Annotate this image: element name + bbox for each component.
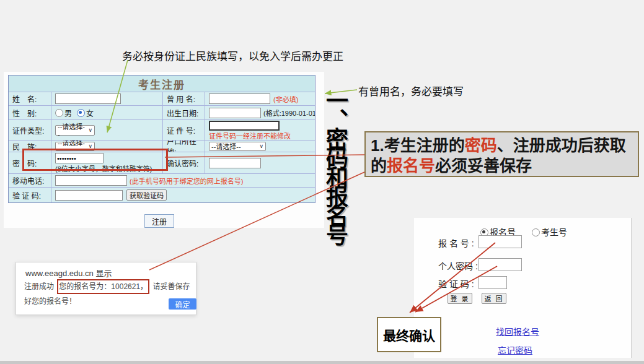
register-button[interactable]: 注册 bbox=[144, 214, 174, 228]
id-no-note: 证件号码一经注册不能修改 bbox=[209, 131, 291, 141]
confirm-password-input[interactable] bbox=[209, 158, 261, 168]
ethnicity-annotation: 务必按身份证上民族填写，以免入学后需办更正 bbox=[122, 48, 343, 63]
captcha-login-input[interactable] bbox=[479, 276, 507, 289]
form-row-gender: 性 别: 男 女 出生日期: (格式:1990-01-01) bbox=[9, 105, 315, 119]
section-title-vertical: 一、密码和报名号 bbox=[324, 89, 346, 275]
gender-label: 性 别: bbox=[9, 106, 51, 119]
dialog-body-prefix: 注册成功 bbox=[24, 282, 54, 291]
mobile-note: (此手机号码用于绑定您的网上报名号) bbox=[130, 176, 243, 186]
reg-number-highlight-box: 您的报名号为：1002621， bbox=[57, 279, 149, 294]
captcha-label: 验 证 码: bbox=[9, 188, 51, 202]
id-type-select-value: --请选择-- bbox=[58, 121, 86, 139]
form-row-mobile: 移动电话: (此手机号码用于绑定您的网上报名号) bbox=[9, 173, 315, 187]
id-type-select[interactable]: --请选择-- ∨ bbox=[55, 125, 95, 136]
regno-input[interactable] bbox=[479, 235, 522, 248]
dialog-title: www.eeagd.edu.cn 显示 bbox=[25, 267, 112, 279]
male-radio[interactable] bbox=[55, 109, 63, 117]
captcha-input[interactable] bbox=[55, 190, 123, 201]
login-button[interactable]: 登 录 bbox=[448, 293, 472, 304]
personal-password-label: 个人密码 : bbox=[438, 259, 478, 272]
mobile-label: 移动电话: bbox=[9, 174, 51, 187]
confirm-password-label: 确认密码: bbox=[163, 152, 205, 173]
former-name-input[interactable] bbox=[209, 93, 270, 104]
tutorial-slide: 务必按身份证上民族填写，以免入学后需办更正 有曾用名，务必要填写 一、密码和报名… bbox=[0, 0, 644, 364]
recover-regno-link[interactable]: 找回报名号 bbox=[496, 325, 539, 337]
id-type-label: 证件类型: bbox=[9, 120, 51, 140]
dob-input[interactable] bbox=[209, 108, 261, 118]
form-row-name: 姓 名: 曾 用 名: (非必填) bbox=[9, 92, 315, 105]
dialog-body: 注册成功 您的报名号为：1002621， 请妥善保存好您的报名号！ bbox=[24, 279, 190, 309]
former-name-note: (非必填) bbox=[273, 94, 298, 104]
residence-label: 户口所在地: bbox=[163, 141, 205, 152]
form-row-captcha: 验 证 码: 获取验证码 bbox=[9, 187, 315, 202]
bottom-edge-strip bbox=[0, 361, 644, 364]
id-no-label: 证 件 号: bbox=[163, 120, 205, 140]
back-button[interactable]: 返 回 bbox=[482, 293, 506, 304]
form-row-idtype: 证件类型: --请选择-- ∨ 证 件 号: 证件号码一经注册不能修改 bbox=[9, 119, 315, 140]
login-panel: 报名号 考生号 报 名 号 : 个人密码 : 验 证 码 : 登 录 返 回 找… bbox=[414, 218, 632, 358]
important-note-box: 1.考生注册的密码、注册成功后获取的报名号必须妥善保存 bbox=[364, 131, 639, 177]
dialog-ok-button[interactable]: 确定 bbox=[169, 298, 196, 310]
female-radio[interactable] bbox=[77, 109, 85, 117]
get-captcha-button[interactable]: 获取验证码 bbox=[126, 189, 167, 201]
form-title: 考生注册 bbox=[9, 76, 315, 92]
chevron-down-icon: ∨ bbox=[259, 143, 263, 149]
former-name-label: 曾 用 名: bbox=[163, 92, 205, 105]
dob-label: 出生日期: bbox=[163, 106, 205, 119]
dob-format-note: (格式:1990-01-01) bbox=[263, 108, 315, 118]
candidateno-radio-label: 考生号 bbox=[541, 227, 567, 237]
residence-select[interactable]: --请选择-- ∨ bbox=[209, 142, 266, 151]
chevron-down-icon: ∨ bbox=[88, 127, 92, 133]
name-input[interactable] bbox=[55, 93, 121, 104]
captcha-login-label: 验 证 码 : bbox=[438, 277, 474, 290]
forgot-password-link[interactable]: 忘记密码 bbox=[498, 344, 532, 356]
final-confirm-box: 最终确认 bbox=[377, 317, 441, 352]
residence-select-value: --请选择-- bbox=[211, 141, 241, 151]
registration-form-table: 考生注册 姓 名: 曾 用 名: (非必填) 性 别: 男 女 出生日期: (格… bbox=[8, 75, 315, 203]
female-radio-label: 女 bbox=[86, 108, 94, 118]
mobile-input[interactable] bbox=[55, 175, 127, 186]
id-no-input[interactable] bbox=[209, 121, 280, 131]
former-name-annotation: 有曾用名，务必要填写 bbox=[358, 83, 464, 98]
male-radio-label: 男 bbox=[64, 108, 72, 118]
personal-password-input[interactable] bbox=[479, 258, 522, 271]
name-label: 姓 名: bbox=[9, 92, 51, 105]
password-highlight-box bbox=[22, 149, 168, 171]
registration-success-dialog: www.eeagd.edu.cn 显示 注册成功 您的报名号为：1002621，… bbox=[15, 262, 196, 315]
candidateno-radio[interactable] bbox=[532, 228, 540, 236]
regno-label: 报 名 号 : bbox=[438, 236, 474, 249]
